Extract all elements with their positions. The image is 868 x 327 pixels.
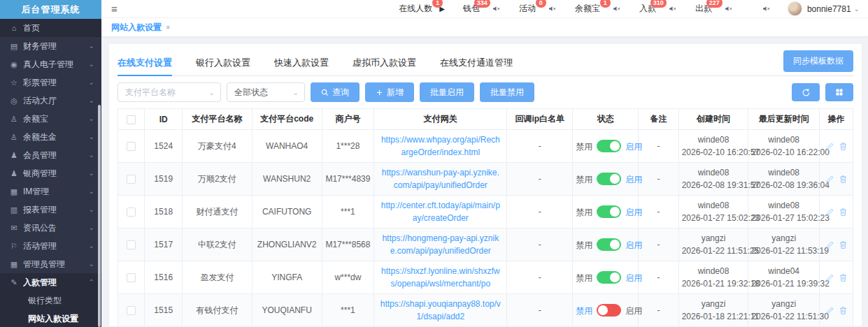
tab-在线支付设置[interactable]: 在线支付设置 (118, 52, 172, 75)
table-row: 1519万顺2支付WANSHUN2M17***4839https://wansh… (118, 163, 853, 196)
created-by: winde08 (682, 133, 746, 146)
status-toggle[interactable] (597, 173, 621, 185)
gateway-link[interactable]: https://shxzf.lyonline.win/shxzfws/opena… (381, 266, 499, 289)
main-area: ≡ 在线人数1▶钱包334活动0余额宝1入款310出款227bonnie7781… (101, 0, 868, 327)
stat-活动[interactable]: 活动0 (519, 3, 557, 15)
edit-action[interactable] (825, 273, 834, 282)
edit-icon (825, 273, 834, 282)
column-header: 创建时间 (678, 109, 748, 130)
row-checkbox[interactable] (127, 273, 136, 282)
delete-action[interactable] (839, 142, 848, 151)
edit-action[interactable] (825, 240, 834, 249)
muted-speaker-icon[interactable] (724, 4, 733, 13)
sidebar-item-members[interactable]: ♟会员管理⌄ (0, 146, 101, 164)
status-toggle[interactable] (597, 140, 621, 152)
sidebar-item-lottery[interactable]: ☆彩票管理⌄ (0, 73, 101, 92)
gateway-link[interactable]: https://www.whpay.org/api/RechargeOrder/… (381, 135, 500, 157)
row-checkbox[interactable] (127, 306, 136, 315)
edit-action[interactable] (825, 142, 834, 151)
tab-虚拟币入款设置[interactable]: 虚拟币入款设置 (353, 52, 416, 75)
sidebar-item-live-casino[interactable]: ◉真人电子管理⌄ (0, 55, 101, 73)
row-checkbox[interactable] (127, 240, 136, 249)
row-checkbox[interactable] (127, 208, 136, 217)
gateway-link[interactable]: https://hongmeng-pay-api.yznike.com/api/… (382, 233, 499, 256)
column-header: ID (145, 109, 183, 130)
sidebar-item-home[interactable]: ⌂首页 (0, 19, 101, 37)
muted-speaker-icon[interactable] (492, 4, 501, 13)
updated-cell: yangzi2026-01-22 11:53:19 (748, 228, 820, 261)
stat-钱包[interactable]: 钱包334 (463, 3, 501, 15)
hamburger-menu-icon[interactable]: ≡ (111, 3, 118, 14)
user-menu[interactable]: bonnie7781⌄ (788, 1, 860, 16)
delete-action[interactable] (839, 306, 848, 315)
status-toggle[interactable] (597, 238, 621, 251)
page-tab-site-deposit[interactable]: 网站入款设置 × (111, 22, 170, 34)
select-all-checkbox[interactable] (127, 115, 136, 124)
gateway-link[interactable]: http://center.cft.today/api/main/pay/cre… (381, 201, 500, 223)
columns-grid-button[interactable] (825, 83, 853, 101)
column-header: 支付网关 (374, 109, 507, 130)
sidebar-item-finance[interactable]: ▤财务管理⌄ (0, 37, 101, 55)
sidebar-item-reports[interactable]: ▥报表管理⌄ (0, 201, 101, 219)
created-by: winde08 (682, 199, 746, 212)
tab-在线支付通道管理[interactable]: 在线支付通道管理 (440, 52, 513, 75)
sidebar-item-im[interactable]: ▦IM管理⌄ (0, 182, 101, 201)
close-tab-icon[interactable]: × (166, 23, 170, 31)
muted-speaker-icon[interactable] (548, 4, 557, 13)
refresh-button[interactable] (792, 83, 820, 101)
search-button[interactable]: 查询 (311, 82, 360, 102)
status-toggle[interactable] (597, 304, 621, 317)
delete-action[interactable] (839, 175, 848, 184)
sidebar-item-deposit-mgmt[interactable]: ✎入款管理⌃ (0, 273, 101, 291)
sidebar-item-news[interactable]: ✉资讯公告⌄ (0, 219, 101, 237)
sidebar-item-merchants[interactable]: ♟银商管理⌄ (0, 164, 101, 182)
grid-icon: ▦ (9, 260, 19, 269)
gateway-link[interactable]: https://shapi.youqianpay88.top/v1/dsapi/… (380, 299, 501, 321)
updated-at: 2026-01-22 11:51:30 (751, 310, 816, 323)
row-checkbox[interactable] (127, 175, 136, 184)
sidebar-item-activity-hall[interactable]: ◎活动大厅⌄ (0, 92, 101, 110)
id-cell: 1515 (145, 294, 183, 327)
edit-action[interactable] (825, 306, 834, 315)
select-all-header (118, 109, 145, 130)
callback-ip-cell: - (507, 130, 573, 163)
table-row: 1518财付通支付CAIFUTONG***1http://center.cft.… (118, 196, 853, 228)
sync-template-button[interactable]: 同步模板数据 (783, 50, 853, 72)
sidebar-scrollbar[interactable] (98, 105, 101, 327)
disable-label: 禁用 (576, 240, 592, 249)
muted-speaker-icon[interactable] (668, 4, 677, 13)
stat-余额宝[interactable]: 余额宝1 (575, 3, 621, 15)
home-icon: ⌂ (9, 24, 19, 32)
delete-action[interactable] (839, 240, 848, 249)
stat-在线人数[interactable]: 在线人数1▶ (399, 3, 445, 15)
platform-name-select[interactable]: 支付平台名称 ⌄ (118, 82, 221, 102)
sidebar-item-bank-types[interactable]: 银行类型 (0, 291, 101, 310)
muted-speaker-icon[interactable] (762, 4, 771, 13)
edit-action[interactable] (825, 175, 834, 184)
gateway-link[interactable]: https://wanshun-pay-api.yznike.com/api/p… (382, 168, 499, 190)
delete-icon (839, 142, 848, 151)
stat-label: 活动0 (519, 3, 537, 15)
status-select[interactable]: 全部状态 ⌄ (227, 82, 305, 102)
stat-sound[interactable] (751, 4, 771, 13)
delete-action[interactable] (839, 273, 848, 282)
sidebar-item-site-deposit-settings[interactable]: 网站入款设置 (0, 310, 101, 327)
batch-disable-button[interactable]: 批量禁用 (480, 82, 534, 102)
sidebar-item-yue-shengjin[interactable]: ♙余额生金⌄ (0, 128, 101, 146)
edit-action[interactable] (825, 208, 834, 217)
muted-speaker-icon[interactable] (612, 4, 621, 13)
tab-快速入款设置[interactable]: 快速入款设置 (274, 52, 329, 75)
stat-入款[interactable]: 入款310 (639, 3, 677, 15)
toggle-knob (610, 174, 620, 184)
sidebar-item-yuebao[interactable]: ♙余额宝⌄ (0, 110, 101, 128)
add-button[interactable]: 新增 (365, 82, 414, 102)
sidebar-item-activities[interactable]: ⚐活动管理⌄ (0, 237, 101, 255)
row-checkbox[interactable] (127, 142, 136, 151)
stat-出款[interactable]: 出款227 (695, 3, 733, 15)
batch-enable-button[interactable]: 批量启用 (420, 82, 474, 102)
tab-银行入款设置[interactable]: 银行入款设置 (196, 52, 250, 75)
status-toggle[interactable] (597, 205, 621, 218)
sidebar-item-admins[interactable]: ▦管理员管理⌄ (0, 255, 101, 273)
status-toggle[interactable] (597, 271, 621, 284)
delete-action[interactable] (839, 208, 848, 217)
